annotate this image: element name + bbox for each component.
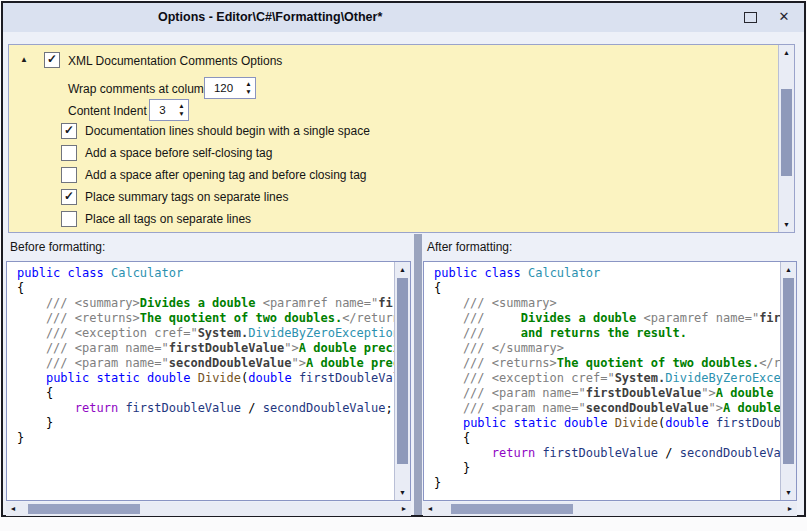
code-line: /// <param name="secondDoubleValue">A do… [434,401,780,416]
stepper-arrows[interactable]: ▲ ▼ [242,78,255,98]
scrollbar-thumb[interactable] [781,89,792,176]
pane-splitter[interactable] [414,234,422,515]
collapse-icon[interactable]: ▲ [20,55,28,65]
xml-doc-options-panel: ▲ ✓ XML Documentation Comments Options W… [8,44,795,233]
code-line: /// <summary>Divides a double <paramref … [17,296,394,311]
titlebar: Options - Editor\C#\Formatting\Other* ✕ [3,3,804,32]
scroll-down-icon[interactable]: ▼ [395,485,410,500]
stepper-up-icon[interactable]: ▲ [175,102,188,110]
scroll-left-icon[interactable]: ◄ [6,502,20,516]
option-row: Add a space before self-closing tag [61,143,764,159]
scroll-right-icon[interactable]: ► [397,502,411,516]
checkbox-label: Place all tags on separate lines [85,212,251,226]
scroll-up-icon[interactable]: ▲ [781,262,796,277]
after-horizontal-scrollbar[interactable]: ◄ ► [423,502,797,516]
content-indent-stepper[interactable]: 3 ▲ ▼ [149,99,189,121]
code-line: public static double Divide(double first… [434,416,780,431]
before-formatting-label: Before formatting: [10,240,105,254]
after-vertical-scrollbar[interactable]: ▲ ▼ [780,262,796,500]
code-line: /// Divides a double <paramref name="fir… [434,311,780,326]
options-dialog: Options - Editor\C#\Formatting\Other* ✕ … [1,1,806,517]
code-line: /// <exception cref="System.DivideByZero… [17,326,394,341]
scroll-down-icon[interactable]: ▼ [781,485,796,500]
code-line: /// and returns the result. [434,326,780,341]
scroll-up-icon[interactable]: ▲ [395,262,410,277]
code-line: /// <returns>The quotient of two doubles… [434,356,780,371]
checkbox-label: Add a space before self-closing tag [85,146,272,160]
code-line: /// <returns>The quotient of two doubles… [17,311,394,326]
after-code-preview: public class Calculator{ /// <summary> /… [423,261,797,501]
code-line: { [17,386,394,401]
scrollbar-thumb[interactable] [783,278,794,464]
code-line: public static double Divide(double first… [17,371,394,386]
scrollbar-thumb[interactable] [28,504,140,514]
option-checkbox-list: ✓Documentation lines should begin with a… [61,121,764,231]
stepper-down-icon[interactable]: ▼ [175,110,188,118]
scrollbar-thumb[interactable] [451,504,573,514]
option-row: ✓Documentation lines should begin with a… [61,121,764,137]
scroll-left-icon[interactable]: ◄ [423,502,437,516]
checkbox[interactable] [61,145,77,161]
scroll-up-icon[interactable]: ▲ [779,45,794,60]
code-line: { [17,281,394,296]
code-line: return firstDoubleValue / secondDoubleVa… [434,446,780,461]
option-row: Add a space after opening tag and before… [61,165,764,181]
checkbox[interactable] [61,167,77,183]
checkbox[interactable]: ✓ [61,189,77,205]
xml-doc-options-checkbox[interactable]: ✓ [44,52,60,68]
stepper-up-icon[interactable]: ▲ [242,80,255,88]
before-horizontal-scrollbar[interactable]: ◄ ► [6,502,411,516]
scrollbar-thumb[interactable] [397,278,408,464]
code-line: public class Calculator [17,266,394,281]
code-line: } [434,461,780,476]
checkbox-label: Place summary tags on separate lines [85,190,288,204]
option-row: Place all tags on separate lines [61,209,764,225]
code-line: } [17,416,394,431]
scroll-down-icon[interactable]: ▼ [779,217,794,232]
checkbox[interactable]: ✓ [61,123,77,139]
after-code: public class Calculator{ /// <summary> /… [424,262,780,500]
code-line: /// <summary> [434,296,780,311]
code-line: /// <param name="firstDoubleValue">A dou… [434,386,780,401]
code-line: } [17,431,394,446]
code-line: { [434,281,780,296]
stepper-down-icon[interactable]: ▼ [242,88,255,96]
content-indent-value[interactable]: 3 [150,100,175,120]
code-line: { [434,431,780,446]
after-formatting-label: After formatting: [427,240,512,254]
window-title: Options - Editor\C#\Formatting\Other* [158,10,382,24]
stepper-arrows[interactable]: ▲ ▼ [175,100,188,120]
checkbox-label: Documentation lines should begin with a … [85,124,370,138]
code-line: public class Calculator [434,266,780,281]
checkbox[interactable] [61,211,77,227]
wrap-comments-label: Wrap comments at column [68,82,211,96]
close-icon[interactable]: ✕ [775,8,793,26]
wrap-comments-value[interactable]: 120 [205,78,242,98]
maximize-icon[interactable] [744,12,757,23]
checkbox-label: Add a space after opening tag and before… [85,168,367,182]
option-row: ✓Place summary tags on separate lines [61,187,764,203]
content-indent-label: Content Indent [68,104,147,118]
before-vertical-scrollbar[interactable]: ▲ ▼ [394,262,410,500]
code-line: /// <exception cref="System.DivideByZero… [434,371,780,386]
xml-doc-options-label: XML Documentation Comments Options [68,54,282,68]
code-line: /// <param name="firstDoubleValue">A dou… [17,341,394,356]
code-line: /// </summary> [434,341,780,356]
code-line: return firstDoubleValue / secondDoubleVa… [17,401,394,416]
wrap-comments-stepper[interactable]: 120 ▲ ▼ [204,77,256,99]
scroll-right-icon[interactable]: ► [783,502,797,516]
panel-vertical-scrollbar[interactable]: ▲ ▼ [778,45,794,232]
before-code-preview: public class Calculator{ /// <summary>Di… [6,261,411,501]
before-code: public class Calculator{ /// <summary>Di… [7,262,394,500]
code-line: /// <param name="secondDoubleValue">A do… [17,356,394,371]
code-line: } [434,476,780,491]
